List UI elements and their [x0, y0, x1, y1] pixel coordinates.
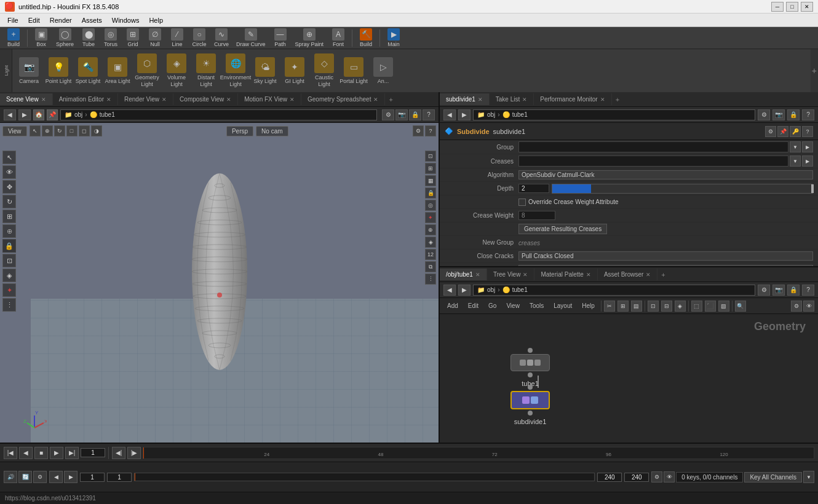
ne-go-btn[interactable]: Go	[485, 301, 500, 310]
props-cam-btn[interactable]: 📷	[772, 109, 785, 120]
select-icon[interactable]: ↖	[30, 125, 41, 136]
shelf-spot-light[interactable]: 🔦 Spot Light	[74, 57, 102, 85]
algorithm-select[interactable]: OpenSubdiv Catmull-Clark	[518, 170, 813, 179]
ne-view-opts-icon[interactable]: 👁	[803, 301, 814, 312]
path-tool[interactable]: — Path	[269, 27, 292, 49]
ne-cut-icon[interactable]: ✂	[604, 301, 615, 312]
ne-snap-icon[interactable]: ⚙	[791, 301, 802, 312]
rt-btn-9[interactable]: 12	[425, 249, 436, 260]
timeline-ruler[interactable]: 24 48 72 96 120	[143, 447, 814, 459]
stop-btn[interactable]: ■	[34, 447, 48, 459]
creases-input[interactable]	[518, 156, 788, 167]
line-tool[interactable]: ⁄ Line	[166, 27, 188, 49]
creases-pick-btn[interactable]: ▶	[802, 156, 813, 167]
nav-camera-btn[interactable]: 📷	[395, 109, 408, 120]
tab-geo-spreadsheet[interactable]: Geometry Spreadsheet ✕	[301, 93, 385, 105]
transform-icon[interactable]: ⊕	[42, 125, 53, 136]
tab-close-subdiv[interactable]: ✕	[478, 96, 483, 103]
spray-paint-tool[interactable]: ⊕ Spray Paint	[292, 27, 328, 49]
menu-help[interactable]: Help	[144, 15, 168, 25]
rt-btn-10[interactable]: ⧉	[425, 261, 436, 272]
tl-progress-bar[interactable]	[134, 473, 595, 481]
shelf-volume-light[interactable]: ◈ Volume Light	[162, 53, 191, 88]
node-back-btn[interactable]: ◀	[443, 285, 456, 296]
depth-num-input[interactable]	[518, 184, 549, 193]
ne-edit-btn[interactable]: Edit	[464, 301, 482, 310]
tab-take-list[interactable]: Take List ✕	[490, 93, 534, 105]
bone-tool-btn[interactable]: ✦	[2, 283, 16, 297]
node-editor-canvas[interactable]: Geometry tube1	[440, 314, 818, 443]
tab-scene-view[interactable]: Scene View ✕	[0, 93, 53, 105]
tl-range-back-btn[interactable]: ◀	[49, 471, 63, 483]
build-mode-button[interactable]: 🔨 Build	[355, 27, 377, 49]
ne-icon-3[interactable]: ◈	[675, 301, 686, 312]
tl-view-btn[interactable]: 👁	[664, 471, 675, 482]
close-cracks-select[interactable]: Pull Cracks Closed Close Cracks	[518, 251, 813, 261]
ne-help-btn[interactable]: Help	[578, 301, 598, 310]
node-fwd-btn[interactable]: ▶	[458, 285, 471, 296]
group-pick-btn[interactable]: ▶	[802, 141, 813, 152]
curve-tool[interactable]: ∿ Curve	[210, 27, 232, 49]
tab-close-anim[interactable]: ✕	[106, 96, 111, 103]
menu-render[interactable]: Render	[45, 15, 77, 25]
forward-button[interactable]: ▶	[18, 109, 31, 120]
node-path[interactable]: 📁 obj › 🟡 tube1	[473, 285, 755, 296]
shelf-gi-light[interactable]: ✦ GI Light	[280, 57, 309, 85]
tab-animation-editor[interactable]: Animation Editor ✕	[53, 93, 118, 105]
next-key-btn[interactable]: |▶	[127, 447, 141, 459]
vis-tool-btn[interactable]: ◈	[2, 269, 16, 282]
shelf-environment-light[interactable]: 🌐 Environment Light	[221, 53, 250, 88]
shelf-portal-light[interactable]: ▭ Portal Light	[340, 57, 368, 85]
node-help-btn[interactable]: ?	[802, 285, 814, 296]
group-dropdown-arrow[interactable]: ▼	[790, 141, 801, 152]
tab-close-asset[interactable]: ✕	[646, 272, 651, 278]
persp-button[interactable]: Persp	[226, 126, 253, 136]
back-button[interactable]: ◀	[4, 109, 16, 120]
node-cam-btn[interactable]: 📷	[772, 285, 785, 296]
props-sync-btn[interactable]: ⚙	[758, 109, 770, 120]
font-tool[interactable]: A Font	[327, 27, 349, 49]
node-lock-btn[interactable]: 🔒	[787, 285, 800, 296]
tab-material-palette[interactable]: Material Palette ✕	[534, 269, 597, 280]
nav-path-left[interactable]: 📁 obj › 🟡 tube1	[60, 109, 377, 120]
key-all-channels-btn[interactable]: Key All Channels	[744, 472, 802, 482]
viewport[interactable]: View ↖ ⊕ ↻ □ ◻ ◑ Persp No cam ⚙	[0, 123, 439, 443]
ne-icon-2[interactable]: ⊟	[661, 301, 672, 312]
snap-tool-btn[interactable]: ⊡	[2, 254, 16, 267]
tab-perf-monitor[interactable]: Performance Monitor ✕	[534, 93, 611, 105]
shading-icon[interactable]: ◑	[91, 125, 102, 136]
nav-help-btn[interactable]: ?	[423, 109, 435, 120]
shelf-distant-light[interactable]: ☀ Distant Light	[192, 53, 220, 88]
menu-file[interactable]: File	[2, 15, 23, 25]
node-settings-btn[interactable]: ⚙	[758, 285, 770, 296]
box-tool[interactable]: ▣ Box	[30, 27, 52, 49]
tab-motion-fx[interactable]: Motion FX View ✕	[238, 93, 301, 105]
tab-close-render[interactable]: ✕	[162, 96, 167, 103]
tl-range-fwd-btn[interactable]: ▶	[64, 471, 77, 483]
add-props-tab[interactable]: +	[612, 93, 623, 106]
tab-close-tree[interactable]: ✕	[523, 272, 528, 278]
display-icon[interactable]: ◻	[79, 125, 90, 136]
tl-loop-btn[interactable]: 🔄	[18, 471, 32, 483]
tab-close-node[interactable]: ✕	[475, 272, 480, 278]
ne-icon-6[interactable]: ▧	[718, 301, 729, 312]
draw-curve-tool[interactable]: ✎ Draw Curve	[232, 27, 269, 49]
ne-zoom-icon[interactable]: 🔍	[735, 301, 746, 312]
viewport-help-icon[interactable]: ?	[425, 125, 436, 136]
rt-btn-11[interactable]: ⋮	[425, 274, 436, 285]
main-context-button[interactable]: ▶ Main	[383, 27, 405, 49]
shelf-geometry-light[interactable]: ⬡ Geometry Light	[133, 53, 161, 88]
tab-composite-view[interactable]: Composite View ✕	[173, 93, 238, 105]
group-input[interactable]	[518, 141, 788, 152]
ne-add-btn[interactable]: Add	[443, 301, 462, 310]
pin-button[interactable]: 📌	[47, 109, 58, 120]
tab-subdivide1[interactable]: subdivide1 ✕	[440, 93, 490, 105]
rt-btn-6[interactable]: ✦	[425, 212, 436, 223]
boundary-select[interactable]: Divide Edges	[518, 265, 813, 266]
tab-close-comp[interactable]: ✕	[226, 96, 231, 103]
tl-audio-btn[interactable]: 🔊	[4, 471, 17, 483]
tl-settings-btn[interactable]: ⚙	[33, 471, 47, 483]
tab-close-mat[interactable]: ✕	[586, 272, 591, 278]
play-btn[interactable]: ▶	[50, 447, 63, 459]
ne-icon-4[interactable]: ⬚	[691, 301, 702, 312]
